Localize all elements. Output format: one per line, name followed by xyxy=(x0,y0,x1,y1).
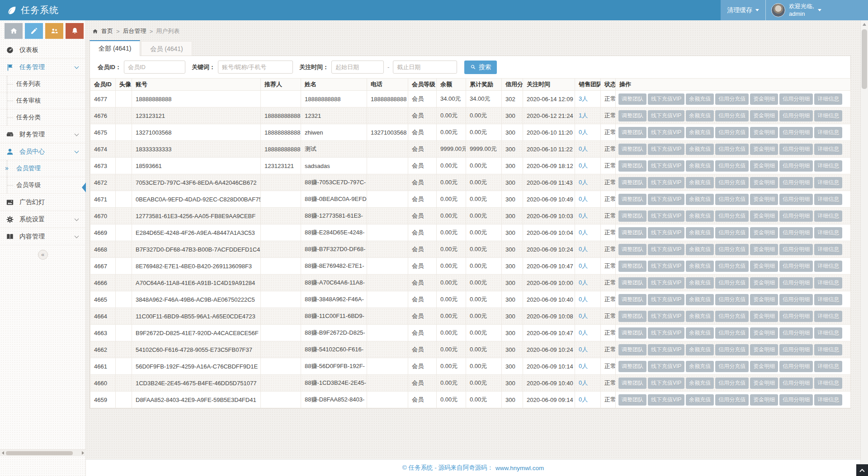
action-button[interactable]: 详细信息 xyxy=(814,344,842,355)
action-button[interactable]: 调整团队 xyxy=(618,394,646,406)
sidebar-item-task-management[interactable]: 任务管理 xyxy=(0,59,85,76)
cell-sales-team-link[interactable]: 0人 xyxy=(575,291,601,308)
action-button[interactable]: 详细信息 xyxy=(814,177,842,188)
action-button[interactable]: 线下充值VIP xyxy=(648,361,684,372)
action-button[interactable]: 线下充值VIP xyxy=(648,177,684,188)
action-button[interactable]: 信用分充值 xyxy=(715,93,749,105)
cell-sales-team-link[interactable]: 0人 xyxy=(575,358,601,375)
sidebar-item-task-list[interactable]: 任务列表 xyxy=(0,76,85,93)
vertical-scrollbar-thumb[interactable] xyxy=(862,29,867,89)
action-button[interactable]: 信用分充值 xyxy=(715,227,749,238)
action-button[interactable]: 信用分明细 xyxy=(779,244,813,255)
toolbar-edit-button[interactable] xyxy=(25,23,43,39)
action-button[interactable]: 线下充值VIP xyxy=(648,244,684,255)
action-button[interactable]: 信用分充值 xyxy=(715,110,749,121)
action-button[interactable]: 余额充值 xyxy=(686,261,714,272)
clear-cache-dropdown[interactable]: 清理缓存 xyxy=(721,0,765,20)
action-button[interactable]: 资金明细 xyxy=(750,110,778,121)
toolbar-bell-button[interactable] xyxy=(66,23,84,39)
cell-sales-team-link[interactable]: 0人 xyxy=(575,158,601,174)
sidebar-item-dashboard[interactable]: 仪表板 xyxy=(0,42,85,59)
action-button[interactable]: 线下充值VIP xyxy=(648,294,684,305)
action-button[interactable]: 余额充值 xyxy=(686,277,714,289)
action-button[interactable]: 线下充值VIP xyxy=(648,194,684,205)
action-button[interactable]: 调整团队 xyxy=(618,244,646,255)
action-button[interactable]: 资金明细 xyxy=(750,294,778,305)
action-button[interactable]: 详细信息 xyxy=(814,194,842,205)
action-button[interactable]: 余额充值 xyxy=(686,177,714,188)
action-button[interactable]: 线下充值VIP xyxy=(648,227,684,238)
action-button[interactable]: 调整团队 xyxy=(618,194,646,205)
action-button[interactable]: 余额充值 xyxy=(686,110,714,121)
action-button[interactable]: 信用分明细 xyxy=(779,144,813,155)
action-button[interactable]: 资金明细 xyxy=(750,244,778,255)
action-button[interactable]: 信用分充值 xyxy=(715,144,749,155)
action-button[interactable]: 详细信息 xyxy=(814,277,842,289)
action-button[interactable]: 余额充值 xyxy=(686,127,714,138)
action-button[interactable]: 信用分充值 xyxy=(715,127,749,138)
action-button[interactable]: 信用分明细 xyxy=(779,344,813,355)
action-button[interactable]: 资金明细 xyxy=(750,227,778,238)
action-button[interactable]: 信用分明细 xyxy=(779,327,813,339)
cell-sales-team-link[interactable]: 0人 xyxy=(575,141,601,158)
action-button[interactable]: 详细信息 xyxy=(814,160,842,172)
action-button[interactable]: 信用分充值 xyxy=(715,160,749,172)
action-button[interactable]: 调整团队 xyxy=(618,93,646,105)
action-button[interactable]: 信用分充值 xyxy=(715,311,749,322)
action-button[interactable]: 资金明细 xyxy=(750,327,778,339)
action-button[interactable]: 资金明细 xyxy=(750,378,778,389)
action-button[interactable]: 信用分充值 xyxy=(715,294,749,305)
action-button[interactable]: 线下充值VIP xyxy=(648,327,684,339)
action-button[interactable]: 调整团队 xyxy=(618,177,646,188)
action-button[interactable]: 信用分充值 xyxy=(715,177,749,188)
action-button[interactable]: 详细信息 xyxy=(814,227,842,238)
action-button[interactable]: 线下充值VIP xyxy=(648,210,684,222)
action-button[interactable]: 线下充值VIP xyxy=(648,144,684,155)
cell-sales-team-link[interactable]: 0人 xyxy=(575,174,601,191)
action-button[interactable]: 调整团队 xyxy=(618,378,646,389)
sidebar-item-content-management[interactable]: 内容管理 xyxy=(0,228,85,245)
footer-link[interactable]: www.hnymwl.com xyxy=(495,465,544,471)
sidebar-item-member-management[interactable]: » 会员管理 xyxy=(0,160,85,177)
action-button[interactable]: 详细信息 xyxy=(814,327,842,339)
action-button[interactable]: 余额充值 xyxy=(686,294,714,305)
start-date-input[interactable] xyxy=(331,61,384,74)
toolbar-users-button[interactable] xyxy=(45,23,63,39)
action-button[interactable]: 详细信息 xyxy=(814,144,842,155)
sidebar-item-system-settings[interactable]: 系统设置 xyxy=(0,211,85,228)
cell-sales-team-link[interactable]: 1人 xyxy=(575,107,601,124)
action-button[interactable]: 余额充值 xyxy=(686,227,714,238)
action-button[interactable]: 资金明细 xyxy=(750,361,778,372)
action-button[interactable]: 调整团队 xyxy=(618,110,646,121)
action-button[interactable]: 资金明细 xyxy=(750,160,778,172)
action-button[interactable]: 详细信息 xyxy=(814,394,842,406)
action-button[interactable]: 信用分明细 xyxy=(779,311,813,322)
cell-sales-team-link[interactable]: 0人 xyxy=(575,375,601,392)
action-button[interactable]: 信用分明细 xyxy=(779,227,813,238)
action-button[interactable]: 资金明细 xyxy=(750,261,778,272)
action-button[interactable]: 余额充值 xyxy=(686,93,714,105)
user-menu[interactable]: 欢迎光临, admin xyxy=(766,0,827,20)
action-button[interactable]: 详细信息 xyxy=(814,378,842,389)
horizontal-scrollbar-thumb[interactable] xyxy=(6,451,73,455)
action-button[interactable]: 线下充值VIP xyxy=(648,110,684,121)
cell-sales-team-link[interactable]: 0人 xyxy=(575,258,601,275)
action-button[interactable]: 信用分充值 xyxy=(715,261,749,272)
action-button[interactable]: 信用分明细 xyxy=(779,194,813,205)
action-button[interactable]: 信用分明细 xyxy=(779,378,813,389)
tab-all[interactable]: 全部 (4641) xyxy=(90,40,140,56)
action-button[interactable]: 调整团队 xyxy=(618,227,646,238)
action-button[interactable]: 信用分明细 xyxy=(779,277,813,289)
action-button[interactable]: 余额充值 xyxy=(686,144,714,155)
action-button[interactable]: 详细信息 xyxy=(814,261,842,272)
toolbar-home-button[interactable] xyxy=(5,23,23,39)
search-button[interactable]: 搜索 xyxy=(464,61,497,74)
action-button[interactable]: 资金明细 xyxy=(750,93,778,105)
action-button[interactable]: 详细信息 xyxy=(814,361,842,372)
action-button[interactable]: 线下充值VIP xyxy=(648,378,684,389)
action-button[interactable]: 详细信息 xyxy=(814,110,842,121)
action-button[interactable]: 线下充值VIP xyxy=(648,261,684,272)
action-button[interactable]: 线下充值VIP xyxy=(648,344,684,355)
action-button[interactable]: 信用分明细 xyxy=(779,177,813,188)
action-button[interactable]: 资金明细 xyxy=(750,194,778,205)
